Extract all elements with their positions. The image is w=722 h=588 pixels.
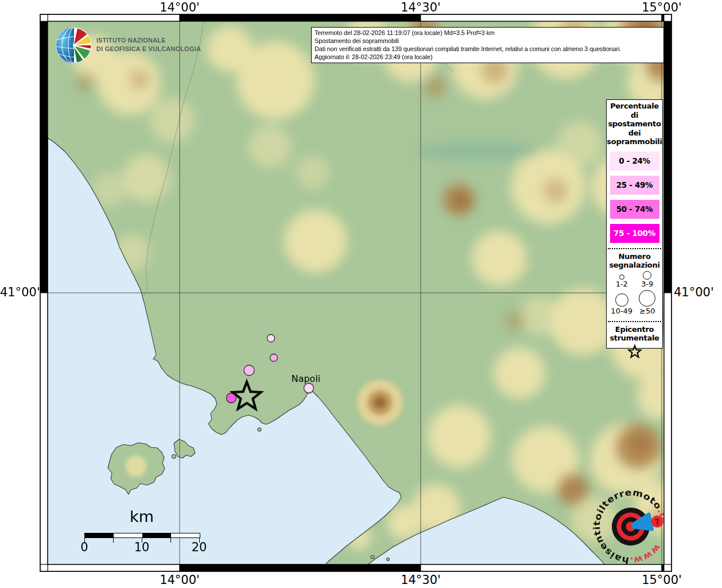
legend-separator (608, 248, 661, 249)
info-line-event: Terremoto del 28-02-2026 11:19:07 (ora l… (315, 29, 661, 37)
legend-box: Percentuale di spostamento dei soprammob… (606, 99, 663, 349)
scalebar-label-20: 20 (182, 540, 216, 554)
info-line-updated: Aggiornato il: 28-02-2026 23:49 (ora loc… (315, 53, 661, 61)
signal-circle-1-2 (619, 274, 624, 280)
legend-swatch-75-100: 75 - 100% (610, 224, 659, 243)
ingv-globe-icon (56, 28, 91, 63)
axis-label-top-15-00: 15°00' (627, 1, 696, 14)
signal-circle-50plus (639, 290, 655, 307)
nisida-islet (258, 428, 261, 431)
li-galli-islet (387, 558, 390, 561)
vesuvius (357, 380, 403, 425)
signal-circle-10-49 (615, 293, 628, 307)
ischia-highland (126, 456, 146, 477)
li-galli-islet (371, 555, 374, 559)
ingv-name-line1: ISTITUTO NAZIONALE (96, 36, 201, 45)
intensity-dot-napoli (304, 384, 314, 393)
intensity-dot (244, 365, 254, 376)
axis-label-top-14-30: 14°30' (386, 1, 455, 14)
axis-label-left-41-00: 41°00' (0, 285, 37, 299)
legend-signal-sizes-row2: 10-49 ≥50 (607, 289, 662, 316)
legend-separator (608, 321, 661, 322)
info-line-source: Dati non verificati estratti da 139 ques… (315, 45, 661, 53)
axis-label-top-14-00: 14°00' (145, 1, 214, 14)
scalebar-unit: km (113, 508, 170, 525)
axis-label-bottom-14-00: 14°00' (145, 573, 214, 587)
legend-signals-title: Numero (607, 252, 662, 261)
legend-swatch-25-49: 25 - 49% (610, 176, 659, 195)
legend-swatch-0-24: 0 - 24% (610, 152, 659, 171)
intensity-dot (267, 335, 275, 342)
scalebar-label-10: 10 (125, 540, 159, 554)
scalebar (84, 533, 200, 538)
legend-epicenter-title: Epicentro (607, 325, 662, 334)
axis-label-right-41-00: 41°00' (674, 285, 714, 299)
legend-signal-sizes-row1: 1-2 3-9 (607, 270, 662, 289)
signal-circle-3-9 (643, 271, 651, 280)
map-screenshot: ? www.haisentitoilterremoto.it (0, 0, 722, 588)
ingv-logo-text: ISTITUTO NAZIONALE DI GEOFISICA E VULCAN… (96, 36, 201, 53)
city-label-napoli: Napoli (282, 373, 329, 384)
axis-label-bottom-14-30: 14°30' (386, 573, 455, 587)
earthquake-info-box: Terremoto del 28-02-2026 11:19:07 (ora l… (311, 27, 664, 63)
intensity-dot (270, 354, 278, 362)
legend-epicenter-star-icon (627, 344, 643, 359)
scalebar-label-0: 0 (67, 540, 102, 554)
ingv-name-line2: DI GEOFISICA E VULCANOLOGIA (96, 45, 201, 53)
legend-title: Percentuale di spostamento dei soprammob… (607, 100, 662, 146)
legend-swatch-50-74: 50 - 74% (610, 200, 659, 219)
info-line-subject: Spostamento dei soprammobili (315, 37, 661, 45)
axis-label-bottom-15-00: 15°00' (627, 573, 696, 587)
